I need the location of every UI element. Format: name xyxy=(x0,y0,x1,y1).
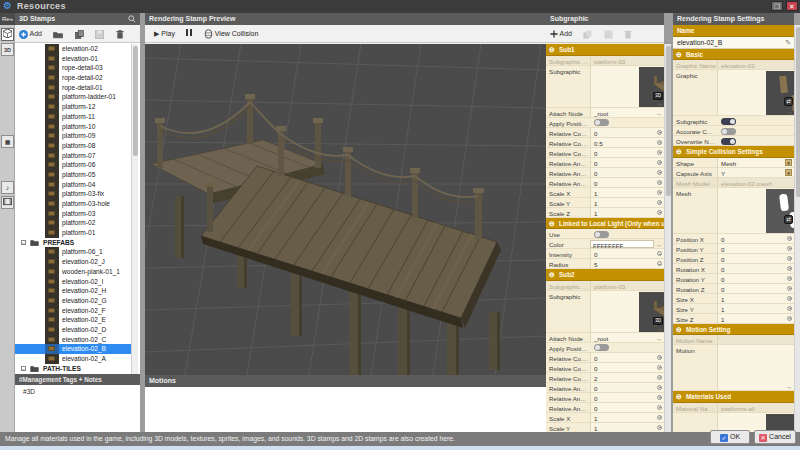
edit-pencil-icon[interactable]: ✎ xyxy=(785,37,791,49)
stepper-icon[interactable] xyxy=(787,296,792,301)
tree-item-row[interactable]: platform-01 xyxy=(15,228,131,238)
subgraphic-property-row[interactable]: Relative An…0 xyxy=(546,383,664,393)
open-arrow-icon[interactable]: → xyxy=(786,226,793,233)
collapse-icon[interactable]: ⊖ xyxy=(676,49,682,61)
stepper-icon[interactable] xyxy=(657,405,662,410)
stamps-new-folder-button[interactable] xyxy=(51,27,65,40)
tree-item-row[interactable]: rope-detail-02 xyxy=(15,73,131,83)
subgraphic-property-row[interactable]: Subgraphic3D→ xyxy=(546,66,664,108)
tree-item-row[interactable]: platform-11 xyxy=(15,112,131,122)
subgraphic-scrollbar[interactable] xyxy=(664,44,671,432)
tree-item-row[interactable]: platform-05 xyxy=(15,170,131,180)
stepper-icon[interactable] xyxy=(787,256,792,261)
tree-item-row[interactable]: elevation-02_B xyxy=(15,344,131,354)
expand-toggle-icon[interactable]: − xyxy=(21,240,26,245)
subgraphic-duplicate-button[interactable] xyxy=(581,27,594,40)
subgraphic-property-row[interactable]: Scale Y1 xyxy=(546,423,664,433)
settings-property-row[interactable]: Capsule AxisY▾ xyxy=(673,168,794,178)
tree-folder-row[interactable]: −PATH-TILES xyxy=(15,364,131,374)
settings-property-row[interactable]: Rotation Z0 xyxy=(673,284,794,294)
dropdown-icon[interactable]: ▾ xyxy=(785,169,792,176)
swap-graphic-icon[interactable]: ⇄ xyxy=(784,215,793,224)
name-field[interactable]: elevation-02_B✎ xyxy=(673,37,794,49)
stepper-icon[interactable] xyxy=(787,286,792,291)
tree-item-row[interactable]: elevation-02_F xyxy=(15,306,131,316)
settings-property-row[interactable]: Size Z1 xyxy=(673,314,794,324)
open-arrow-icon[interactable]: → xyxy=(656,334,663,342)
ok-button[interactable]: ✓OK xyxy=(710,430,750,444)
preview-viewport[interactable] xyxy=(145,44,546,375)
stepper-icon[interactable] xyxy=(787,236,792,241)
stepper-icon[interactable] xyxy=(657,251,662,256)
tree-item-row[interactable]: platform-09 xyxy=(15,131,131,141)
collapse-icon[interactable]: ⊖ xyxy=(549,44,555,56)
settings-property-row[interactable]: Motion→ xyxy=(673,345,794,391)
cancel-button[interactable]: ✕Cancel xyxy=(754,430,796,444)
stepper-icon[interactable] xyxy=(657,200,662,205)
subgraphic-add-button[interactable]: Add xyxy=(548,27,574,40)
tree-item-row[interactable]: platform-08 xyxy=(15,141,131,151)
subgraphic-property-row[interactable]: Relative Co…0 xyxy=(546,148,664,158)
subgraphic-property-row[interactable]: Relative An…0 xyxy=(546,158,664,168)
tree-item-row[interactable]: platform-04 xyxy=(15,180,131,190)
toggle-switch[interactable] xyxy=(721,118,736,125)
tree-item-row[interactable]: platform-10 xyxy=(15,122,131,132)
stepper-icon[interactable] xyxy=(657,261,662,266)
tree-item-row[interactable]: elevation-02 xyxy=(15,44,131,54)
tree-folder-row[interactable]: −PREFABS xyxy=(15,238,131,248)
stepper-icon[interactable] xyxy=(657,375,662,380)
subgraphic-property-row[interactable]: Attach Node_root→ xyxy=(546,333,664,343)
collapse-icon[interactable]: ⊖ xyxy=(549,218,555,230)
view-collision-button[interactable]: View Collision xyxy=(201,27,261,40)
tree-item-row[interactable]: platform-06_1 xyxy=(15,247,131,257)
stamps-duplicate-button[interactable] xyxy=(73,27,86,40)
stamps-delete-button[interactable] xyxy=(114,27,126,40)
open-arrow-icon[interactable]: → xyxy=(656,100,663,107)
stepper-icon[interactable] xyxy=(787,246,792,251)
settings-property-row[interactable]: Graphic⇄→ xyxy=(673,70,794,116)
tree-item-row[interactable]: platform-03-hole xyxy=(15,199,131,209)
stepper-icon[interactable] xyxy=(657,180,662,185)
settings-property-row[interactable]: Position X0 xyxy=(673,234,794,244)
stepper-icon[interactable] xyxy=(657,395,662,400)
subgraphic-save-button[interactable] xyxy=(602,27,615,40)
restore-window-button[interactable]: ❐ xyxy=(771,1,783,11)
settings-property-row[interactable]: Size Y1 xyxy=(673,304,794,314)
tree-item-row[interactable]: platform-06 xyxy=(15,160,131,170)
rail-audio-button[interactable]: ♪ xyxy=(1,181,14,194)
dropdown-icon[interactable]: ▾ xyxy=(785,159,792,166)
color-input[interactable]: FFFFFFFF xyxy=(590,240,654,248)
subgraphic-property-row[interactable]: Attach Node_root→ xyxy=(546,108,664,118)
tree-item-row[interactable]: platform-03 xyxy=(15,209,131,219)
play-button[interactable]: ▶ Play xyxy=(151,27,178,40)
settings-property-row[interactable]: Mesh⇄→ xyxy=(673,188,794,234)
tree-item-row[interactable]: platform-07 xyxy=(15,151,131,161)
settings-property-row[interactable]: Rotation X0 xyxy=(673,264,794,274)
stepper-icon[interactable] xyxy=(657,150,662,155)
stepper-icon[interactable] xyxy=(657,385,662,390)
subgraphic-property-row[interactable]: Relative Co…0 xyxy=(546,128,664,138)
collapse-icon[interactable]: ⊖ xyxy=(676,146,682,158)
open-arrow-icon[interactable]: → xyxy=(786,108,793,115)
subgraphic-property-row[interactable]: Relative An…0 xyxy=(546,168,664,178)
settings-section-header[interactable]: ⊖Basic xyxy=(673,49,794,61)
subgraphic-section-header[interactable]: ⊖Sub1 xyxy=(546,44,664,56)
tree-item-row[interactable]: elevation-02_I xyxy=(15,277,131,287)
stamps-save-button[interactable] xyxy=(93,27,106,40)
stepper-icon[interactable] xyxy=(657,140,662,145)
settings-section-header[interactable]: ⊖Materials Used xyxy=(673,391,794,403)
search-icon[interactable] xyxy=(128,15,136,23)
toggle-switch[interactable] xyxy=(721,128,736,135)
subgraphic-property-row[interactable]: Relative An…0 xyxy=(546,393,664,403)
expand-toggle-icon[interactable]: − xyxy=(21,366,26,371)
toggle-switch[interactable] xyxy=(594,231,609,238)
tree-item-row[interactable]: elevation-02_J xyxy=(15,257,131,267)
settings-property-row[interactable]: Position Y0 xyxy=(673,244,794,254)
stepper-icon[interactable] xyxy=(787,316,792,321)
stepper-icon[interactable] xyxy=(657,210,662,215)
stepper-icon[interactable] xyxy=(657,415,662,420)
close-window-button[interactable]: ✕ xyxy=(786,1,798,11)
open-arrow-icon[interactable]: → xyxy=(786,383,793,390)
settings-section-header[interactable]: Name xyxy=(673,25,794,37)
subgraphic-section-header[interactable]: ⊖Linked to Local Light (Only when us… xyxy=(546,218,664,230)
